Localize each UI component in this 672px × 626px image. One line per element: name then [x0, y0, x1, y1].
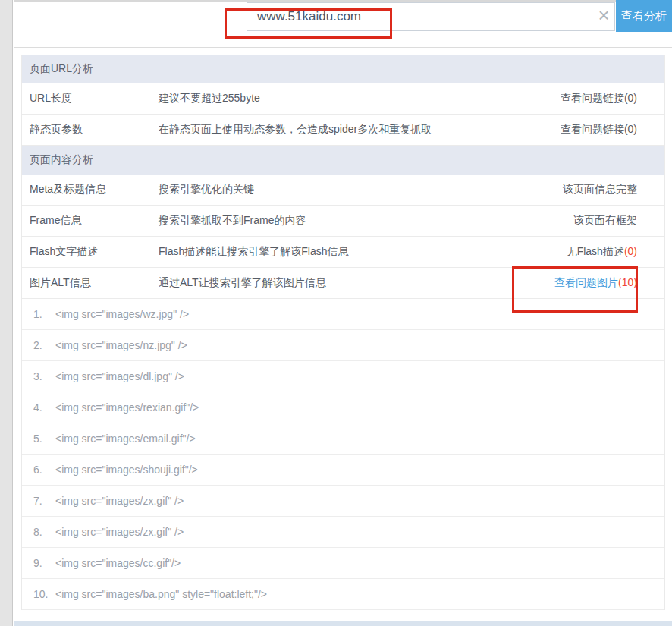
row-label: URL长度	[22, 92, 159, 105]
img-tag-code: <img src="images/email.gif"/>	[55, 433, 196, 445]
analysis-table: 页面URL分析 URL长度 建议不要超过255byte 查看问题链接(0) 静态…	[21, 55, 665, 610]
img-tag-code: <img src="images/dl.jpg" />	[55, 370, 184, 382]
analysis-row-static-params: 静态页参数 在静态页面上使用动态参数，会造成spider多次和重复抓取 查看问题…	[22, 115, 664, 146]
url-input-value: www.51kaidu.com	[247, 9, 361, 24]
close-icon[interactable]: ×	[592, 3, 615, 29]
section-header-url-analysis: 页面URL分析	[22, 55, 664, 83]
list-number: 5.	[33, 433, 50, 445]
section-title: 页面URL分析	[30, 62, 93, 76]
view-problem-links[interactable]: 查看问题链接(0)	[561, 123, 637, 135]
result-status: 该页面有框架	[573, 214, 637, 226]
analysis-row-flash: Flash文字描述 Flash描述能让搜索引擎了解该Flash信息 无Flash…	[22, 237, 664, 268]
row-description: 搜索引擎抓取不到Frame的内容	[159, 214, 573, 228]
url-search-input[interactable]: www.51kaidu.com	[247, 2, 615, 31]
row-label: Frame信息	[22, 214, 159, 228]
row-description: Flash描述能让搜索引擎了解该Flash信息	[159, 245, 567, 259]
list-number: 4.	[33, 401, 50, 414]
analyze-button[interactable]: 查看分析	[616, 0, 672, 32]
img-tag-code: <img src="images/wz.jpg" />	[55, 308, 189, 320]
row-description: 在静态页面上使用动态参数，会造成spider多次和重复抓取	[159, 123, 561, 137]
result-status: 无Flash描述	[567, 245, 624, 257]
list-item: 7. <img src="images/zx.gif" />	[22, 486, 664, 517]
img-tag-code: <img src="images/zx.gif" />	[55, 526, 184, 538]
view-problem-images-link[interactable]: 查看问题图片	[554, 276, 618, 288]
seo-analysis-page: { "search": { "value": "www.51kaidu.com"…	[0, 0, 672, 626]
result-count: (0)	[624, 245, 637, 257]
section-title: 页面内容分析	[30, 153, 93, 167]
list-item: 10. <img src="images/ba.png" style="floa…	[22, 579, 664, 610]
analysis-row-meta: Meta及标题信息 搜索引擎优化的关键 该页面信息完整	[22, 175, 664, 206]
img-tag-code: <img src="images/shouji.gif"/>	[55, 464, 198, 476]
list-item: 9. <img src="images/cc.gif"/>	[22, 548, 664, 579]
section-header-content-analysis: 页面内容分析	[22, 146, 664, 175]
img-tag-code: <img src="images/ba.png" style="float:le…	[55, 588, 267, 600]
img-tag-code: <img src="images/rexian.gif"/>	[55, 401, 199, 414]
list-number: 3.	[33, 370, 50, 382]
list-item: 4. <img src="images/rexian.gif"/>	[22, 392, 664, 423]
bottom-scrollbar-track[interactable]	[14, 621, 672, 626]
list-item: 8. <img src="images/zx.gif" />	[22, 517, 664, 548]
result-count: (10)	[618, 276, 637, 288]
list-number: 6.	[33, 464, 50, 476]
list-number: 9.	[33, 557, 50, 569]
list-number: 1.	[33, 308, 50, 320]
list-item: 6. <img src="images/shouji.gif"/>	[22, 455, 664, 486]
top-border-line	[14, 0, 672, 2]
row-result: 查看问题链接(0)	[561, 92, 664, 105]
list-number: 2.	[33, 339, 50, 351]
row-label: Meta及标题信息	[22, 183, 159, 197]
row-description: 搜索引擎优化的关键	[159, 183, 563, 197]
row-result: 查看问题图片(10)	[554, 276, 664, 290]
img-tag-code: <img src="images/cc.gif"/>	[55, 557, 181, 569]
list-item: 3. <img src="images/dl.jpg" />	[22, 361, 664, 392]
img-tag-code: <img src="images/zx.gif" />	[55, 495, 184, 507]
list-number: 8.	[33, 526, 50, 538]
row-result: 查看问题链接(0)	[561, 123, 664, 137]
header-divider	[14, 47, 672, 48]
row-label: 图片ALT信息	[22, 276, 159, 290]
row-result: 无Flash描述(0)	[567, 245, 664, 259]
row-label: Flash文字描述	[22, 245, 159, 259]
list-item: 1. <img src="images/wz.jpg" />	[22, 299, 664, 330]
analysis-row-img-alt: 图片ALT信息 通过ALT让搜索引擎了解该图片信息 查看问题图片(10)	[22, 268, 664, 299]
view-problem-links[interactable]: 查看问题链接(0)	[561, 92, 637, 104]
row-label: 静态页参数	[22, 123, 159, 137]
list-item: 5. <img src="images/email.gif"/>	[22, 423, 664, 455]
window-edge-strip	[0, 0, 13, 626]
row-description: 建议不要超过255byte	[159, 92, 561, 105]
list-number: 7.	[33, 495, 50, 507]
row-result: 该页面信息完整	[563, 183, 664, 197]
row-description: 通过ALT让搜索引擎了解该图片信息	[159, 276, 554, 290]
result-status: 该页面信息完整	[563, 183, 637, 195]
analysis-row-url-length: URL长度 建议不要超过255byte 查看问题链接(0)	[22, 83, 664, 115]
img-tag-code: <img src="images/nz.jpg" />	[55, 339, 187, 351]
list-number: 10.	[33, 588, 50, 600]
row-result: 该页面有框架	[573, 214, 664, 228]
list-item: 2. <img src="images/nz.jpg" />	[22, 330, 664, 361]
analysis-row-frame: Frame信息 搜索引擎抓取不到Frame的内容 该页面有框架	[22, 206, 664, 237]
